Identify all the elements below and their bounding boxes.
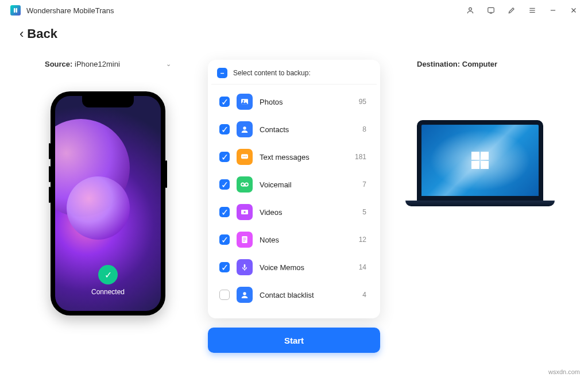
item-checkbox[interactable]: ✓ bbox=[219, 97, 230, 107]
item-checkbox[interactable]: ✓ bbox=[219, 207, 230, 217]
item-checkbox[interactable] bbox=[219, 290, 230, 300]
item-count: 14 bbox=[359, 263, 366, 271]
content-selection-card: – Select content to backup: ✓Photos95✓Co… bbox=[208, 60, 380, 318]
panel-header: Select content to backup: bbox=[233, 69, 311, 77]
contacts-icon bbox=[237, 121, 253, 137]
list-item[interactable]: Calendar7 bbox=[216, 309, 372, 313]
photos-icon bbox=[237, 94, 253, 110]
feedback-icon[interactable] bbox=[487, 6, 495, 14]
watermark: wsxdn.com bbox=[548, 368, 580, 375]
item-checkbox[interactable]: ✓ bbox=[219, 234, 230, 245]
svg-point-11 bbox=[243, 100, 245, 102]
svg-point-14 bbox=[243, 156, 244, 157]
item-label: Text messages bbox=[260, 153, 348, 161]
list-item[interactable]: ✓Voice Memos14 bbox=[216, 253, 372, 281]
list-item[interactable]: Contact blacklist4 bbox=[216, 281, 372, 309]
account-icon[interactable] bbox=[466, 6, 474, 14]
close-icon[interactable] bbox=[570, 6, 578, 14]
chevron-down-icon: ⌄ bbox=[166, 60, 171, 68]
connected-status: Connected bbox=[91, 288, 125, 296]
list-item[interactable]: ✓Contacts8 bbox=[216, 116, 372, 143]
blacklist-icon bbox=[237, 287, 253, 303]
item-count: 8 bbox=[362, 125, 366, 133]
item-label: Voicemail bbox=[260, 180, 355, 189]
menu-icon[interactable] bbox=[528, 6, 536, 14]
item-checkbox[interactable]: ✓ bbox=[219, 179, 230, 190]
item-label: Notes bbox=[260, 236, 352, 244]
item-count: 4 bbox=[362, 291, 366, 299]
item-label: Photos bbox=[260, 98, 352, 106]
list-item[interactable]: ✓Photos95 bbox=[216, 88, 372, 116]
source-label: Source: iPhone12mini bbox=[45, 60, 120, 68]
svg-rect-1 bbox=[16, 8, 18, 13]
back-button[interactable]: ‹ Back bbox=[0, 21, 588, 45]
titlebar: Wondershare MobileTrans bbox=[0, 0, 588, 21]
list-item[interactable]: ✓Voicemail7 bbox=[216, 171, 372, 198]
svg-rect-3 bbox=[488, 7, 494, 12]
voicememos-icon bbox=[237, 259, 253, 275]
select-all-checkbox[interactable]: – bbox=[217, 68, 227, 78]
app-title: Wondershare MobileTrans bbox=[26, 6, 114, 15]
videos-icon bbox=[237, 204, 253, 220]
source-dropdown[interactable]: Source: iPhone12mini ⌄ bbox=[45, 60, 171, 68]
item-label: Contacts bbox=[260, 125, 355, 134]
destination-label: Destination: Computer bbox=[417, 60, 543, 68]
app-logo-icon bbox=[10, 5, 21, 16]
item-count: 5 bbox=[362, 208, 366, 216]
item-checkbox[interactable]: ✓ bbox=[219, 262, 230, 272]
back-label: Back bbox=[27, 26, 57, 41]
item-label: Contact blacklist bbox=[260, 291, 355, 299]
item-checkbox[interactable]: ✓ bbox=[219, 152, 230, 162]
svg-point-12 bbox=[243, 126, 246, 129]
svg-point-15 bbox=[244, 156, 245, 157]
item-label: Videos bbox=[260, 208, 355, 217]
list-item[interactable]: ✓Videos5 bbox=[216, 198, 372, 226]
messages-icon bbox=[237, 149, 253, 165]
svg-point-16 bbox=[246, 156, 247, 157]
item-count: 12 bbox=[359, 236, 366, 244]
windows-logo-icon bbox=[471, 152, 489, 169]
start-button[interactable]: Start bbox=[208, 328, 380, 353]
svg-rect-26 bbox=[244, 264, 246, 268]
item-count: 181 bbox=[355, 153, 366, 161]
content-list[interactable]: ✓Photos95✓Contacts8✓Text messages181✓Voi… bbox=[211, 84, 377, 313]
item-count: 95 bbox=[359, 98, 366, 106]
source-device-phone: ✓ Connected bbox=[51, 91, 165, 315]
item-label: Voice Memos bbox=[260, 263, 352, 272]
list-item[interactable]: ✓Text messages181 bbox=[216, 143, 372, 171]
destination-device-laptop bbox=[411, 120, 549, 206]
minimize-icon[interactable] bbox=[549, 6, 557, 14]
svg-rect-0 bbox=[14, 8, 16, 13]
list-item[interactable]: ✓Notes12 bbox=[216, 226, 372, 253]
chevron-left-icon: ‹ bbox=[20, 26, 24, 41]
svg-point-28 bbox=[243, 292, 246, 295]
item-count: 7 bbox=[362, 180, 366, 188]
connected-check-icon: ✓ bbox=[98, 265, 118, 284]
notes-icon bbox=[237, 232, 253, 248]
item-checkbox[interactable]: ✓ bbox=[219, 124, 230, 134]
edit-icon[interactable] bbox=[508, 6, 516, 14]
svg-point-2 bbox=[469, 7, 472, 10]
voicemail-icon bbox=[237, 176, 253, 193]
